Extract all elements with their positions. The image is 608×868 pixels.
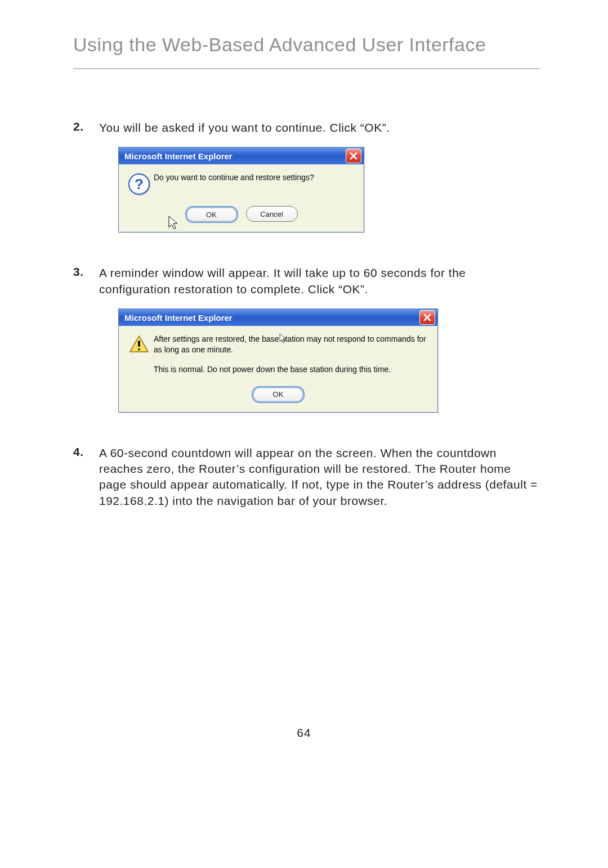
dialog-message: Do you want to continue and restore sett… xyxy=(154,172,358,183)
dialog-restore-reminder: Microsoft Internet Explorer xyxy=(118,308,438,413)
ok-button-label: OK xyxy=(273,390,284,399)
svg-rect-1 xyxy=(138,348,140,351)
dialog-titlebar: Microsoft Internet Explorer xyxy=(119,147,364,164)
step-number: 3. xyxy=(73,265,99,297)
step-text: A 60-second countdown will appear on the… xyxy=(99,445,540,509)
svg-rect-0 xyxy=(138,341,140,347)
close-icon xyxy=(350,152,357,160)
close-button[interactable] xyxy=(419,310,435,325)
dialog-titlebar: Microsoft Internet Explorer xyxy=(119,309,437,326)
ok-button-label: OK xyxy=(206,211,217,219)
step-text: You will be asked if you want to continu… xyxy=(99,120,390,136)
cancel-button[interactable]: Cancel xyxy=(246,206,298,222)
cancel-button-label: Cancel xyxy=(260,210,283,218)
close-button[interactable] xyxy=(346,149,361,163)
question-icon: ? xyxy=(128,173,150,195)
step-number: 2. xyxy=(73,120,99,136)
step-item: 4. A 60-second countdown will appear on … xyxy=(73,445,540,509)
ok-button[interactable]: OK xyxy=(185,206,238,223)
document-page: Using the Web-Based Advanced User Interf… xyxy=(0,0,608,868)
ok-button[interactable]: OK xyxy=(252,386,305,403)
dialog-title: Microsoft Internet Explorer xyxy=(124,151,346,161)
dialog-message-2: This is normal. Do not power down the ba… xyxy=(154,364,432,375)
step-item: 3. A reminder window will appear. It wil… xyxy=(73,265,540,297)
dialog-restore-confirm: Microsoft Internet Explorer ? Do you wan… xyxy=(118,147,364,232)
close-icon xyxy=(423,314,431,321)
cursor-icon xyxy=(167,215,182,232)
dialog-screenshot: Microsoft Internet Explorer ? Do you wan… xyxy=(118,147,540,232)
page-title: Using the Web-Based Advanced User Interf… xyxy=(73,34,540,69)
dialog-body: After settings are restored, the base st… xyxy=(119,326,437,412)
step-number: 4. xyxy=(73,445,99,509)
dialog-body: ? Do you want to continue and restore se… xyxy=(119,164,364,232)
dialog-screenshot: Microsoft Internet Explorer xyxy=(118,308,540,413)
warning-icon xyxy=(129,335,149,354)
page-number: 64 xyxy=(0,726,608,740)
dialog-message-1: After settings are restored, the base st… xyxy=(154,334,432,355)
step-item: 2. You will be asked if you want to cont… xyxy=(73,120,540,136)
step-text: A reminder window will appear. It will t… xyxy=(99,265,540,297)
dialog-title: Microsoft Internet Explorer xyxy=(124,313,419,323)
